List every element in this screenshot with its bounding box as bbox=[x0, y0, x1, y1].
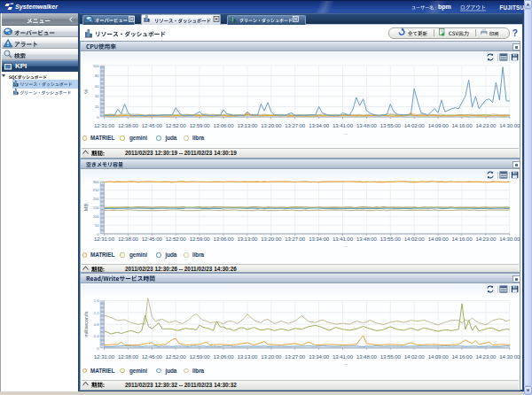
svg-text:14:30:00: 14:30:00 bbox=[499, 122, 520, 128]
svg-text:13:48:00: 13:48:00 bbox=[356, 353, 378, 360]
svg-text:300: 300 bbox=[93, 180, 100, 184]
svg-text:12:52:00: 12:52:00 bbox=[166, 122, 187, 128]
svg-text:1.6: 1.6 bbox=[94, 298, 99, 303]
svg-text:14:16:00: 14:16:00 bbox=[452, 236, 473, 242]
svg-text:13:48:00: 13:48:00 bbox=[356, 122, 378, 128]
svg-text:14:30:00: 14:30:00 bbox=[499, 353, 520, 360]
svg-text:0.8: 0.8 bbox=[94, 322, 99, 327]
svg-text:12:52:00: 12:52:00 bbox=[166, 236, 187, 242]
svg-text:14:09:00: 14:09:00 bbox=[428, 353, 450, 360]
svg-text:80: 80 bbox=[95, 74, 99, 78]
svg-text:13:41:00: 13:41:00 bbox=[332, 236, 354, 242]
svg-text:13:13:00: 13:13:00 bbox=[237, 122, 258, 128]
svg-text:13:20:00: 13:20:00 bbox=[261, 236, 282, 242]
svg-text:12:45:00: 12:45:00 bbox=[142, 353, 163, 360]
svg-text:100: 100 bbox=[93, 64, 100, 68]
svg-text:14:23:00: 14:23:00 bbox=[475, 236, 497, 242]
svg-text:...: ... bbox=[343, 243, 348, 248]
svg-text:12:59:00: 12:59:00 bbox=[190, 236, 211, 242]
svg-text:60: 60 bbox=[95, 84, 99, 89]
svg-text:13:34:00: 13:34:00 bbox=[309, 122, 330, 128]
svg-text:14:16:00: 14:16:00 bbox=[452, 122, 473, 128]
svg-text:13:20:00: 13:20:00 bbox=[261, 353, 282, 360]
svg-text:12:59:00: 12:59:00 bbox=[190, 353, 211, 360]
svg-text:13:06:00: 13:06:00 bbox=[214, 353, 235, 360]
svg-text:0.4: 0.4 bbox=[94, 334, 99, 338]
svg-text:13:13:00: 13:13:00 bbox=[237, 353, 258, 360]
svg-text:13:41:00: 13:41:00 bbox=[332, 122, 354, 128]
svg-text:12:31:00: 12:31:00 bbox=[94, 353, 115, 360]
svg-text:13:48:00: 13:48:00 bbox=[356, 236, 378, 242]
svg-text:%: % bbox=[83, 89, 89, 94]
svg-text:13:55:00: 13:55:00 bbox=[380, 353, 402, 360]
svg-text:13:55:00: 13:55:00 bbox=[380, 236, 402, 242]
svg-text:12:31:00: 12:31:00 bbox=[94, 236, 115, 242]
svg-text:13:34:00: 13:34:00 bbox=[309, 353, 330, 360]
svg-text:12:38:00: 12:38:00 bbox=[118, 122, 139, 128]
svg-text:14:02:00: 14:02:00 bbox=[404, 353, 426, 360]
svg-text:12:38:00: 12:38:00 bbox=[118, 353, 139, 360]
svg-text:12:52:00: 12:52:00 bbox=[166, 353, 187, 360]
svg-text:1.2: 1.2 bbox=[94, 311, 99, 315]
svg-text:0: 0 bbox=[97, 346, 99, 351]
svg-text:12:31:00: 12:31:00 bbox=[94, 122, 115, 128]
svg-text:14:09:00: 14:09:00 bbox=[428, 236, 450, 242]
svg-text:12:45:00: 12:45:00 bbox=[142, 236, 163, 242]
svg-text:milliseconds: milliseconds bbox=[83, 311, 89, 337]
svg-text:13:13:00: 13:13:00 bbox=[237, 236, 258, 242]
svg-text:150: 150 bbox=[93, 205, 100, 210]
svg-text:MB: MB bbox=[83, 204, 89, 212]
svg-text:100: 100 bbox=[93, 214, 100, 219]
svg-text:50: 50 bbox=[95, 223, 99, 228]
svg-text:13:27:00: 13:27:00 bbox=[285, 122, 306, 128]
svg-text:12:38:00: 12:38:00 bbox=[118, 236, 139, 242]
svg-text:14:30:00: 14:30:00 bbox=[499, 236, 520, 242]
svg-text:40: 40 bbox=[95, 94, 99, 98]
svg-text:...: ... bbox=[343, 360, 348, 366]
svg-text:13:20:00: 13:20:00 bbox=[261, 122, 282, 128]
svg-text:13:27:00: 13:27:00 bbox=[285, 353, 306, 360]
svg-text:14:09:00: 14:09:00 bbox=[428, 122, 450, 128]
svg-text:13:27:00: 13:27:00 bbox=[285, 236, 306, 242]
svg-text:12:45:00: 12:45:00 bbox=[142, 122, 163, 128]
svg-text:13:41:00: 13:41:00 bbox=[332, 353, 354, 360]
svg-text:250: 250 bbox=[93, 188, 100, 192]
svg-text:14:23:00: 14:23:00 bbox=[475, 122, 497, 128]
svg-text:13:06:00: 13:06:00 bbox=[214, 236, 235, 242]
svg-text:200: 200 bbox=[93, 197, 100, 201]
svg-text:14:16:00: 14:16:00 bbox=[452, 353, 473, 360]
svg-text:14:02:00: 14:02:00 bbox=[404, 236, 426, 242]
svg-text:...: ... bbox=[343, 130, 348, 136]
svg-text:0: 0 bbox=[97, 115, 99, 120]
svg-text:12:59:00: 12:59:00 bbox=[190, 122, 211, 128]
svg-text:14:23:00: 14:23:00 bbox=[475, 353, 497, 360]
svg-text:20: 20 bbox=[95, 105, 99, 109]
svg-text:13:55:00: 13:55:00 bbox=[380, 122, 402, 128]
svg-text:14:02:00: 14:02:00 bbox=[404, 122, 426, 128]
svg-text:13:34:00: 13:34:00 bbox=[309, 236, 330, 242]
svg-text:13:06:00: 13:06:00 bbox=[214, 122, 235, 128]
